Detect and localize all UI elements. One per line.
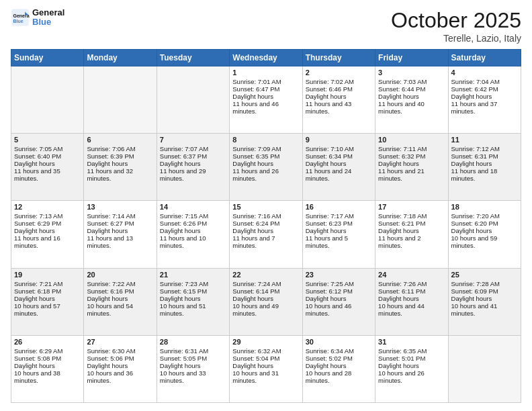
col-header-saturday: Saturday	[448, 50, 521, 66]
day-number: 7	[160, 136, 226, 144]
day-number: 9	[306, 136, 372, 144]
cell-info: Sunrise: 7:04 AMSunset: 6:42 PMDaylight …	[451, 78, 500, 115]
month-title: October 2025	[391, 8, 521, 33]
calendar-cell: 29Sunrise: 6:32 AMSunset: 5:04 PMDayligh…	[230, 335, 302, 402]
day-number: 4	[451, 68, 518, 77]
day-number: 29	[232, 338, 299, 346]
day-number: 28	[160, 338, 226, 346]
col-header-monday: Monday	[84, 50, 157, 66]
calendar-cell: 9Sunrise: 7:10 AMSunset: 6:34 PMDaylight…	[302, 134, 375, 201]
day-number: 14	[160, 203, 226, 211]
location-subtitle: Terelle, Lazio, Italy	[391, 33, 521, 44]
cell-info: Sunrise: 7:21 AMSunset: 6:18 PMDaylight …	[14, 280, 62, 317]
cell-info: Sunrise: 7:17 AMSunset: 6:23 PMDaylight …	[306, 212, 354, 249]
cell-info: Sunrise: 7:14 AMSunset: 6:27 PMDaylight …	[87, 212, 135, 249]
calendar-cell: 19Sunrise: 7:21 AMSunset: 6:18 PMDayligh…	[11, 268, 84, 335]
calendar-cell: 15Sunrise: 7:16 AMSunset: 6:24 PMDayligh…	[230, 201, 302, 268]
calendar-header-row: SundayMondayTuesdayWednesdayThursdayFrid…	[11, 50, 521, 66]
col-header-sunday: Sunday	[11, 50, 84, 66]
calendar-cell	[11, 66, 84, 134]
calendar-cell: 18Sunrise: 7:20 AMSunset: 6:20 PMDayligh…	[448, 201, 521, 268]
calendar-cell: 6Sunrise: 7:06 AMSunset: 6:39 PMDaylight…	[84, 134, 157, 201]
calendar-cell: 26Sunrise: 6:29 AMSunset: 5:08 PMDayligh…	[11, 335, 84, 402]
week-row-1: 1Sunrise: 7:01 AMSunset: 6:47 PMDaylight…	[11, 66, 521, 134]
cell-info: Sunrise: 7:12 AMSunset: 6:31 PMDaylight …	[451, 145, 500, 182]
cell-info: Sunrise: 7:13 AMSunset: 6:29 PMDaylight …	[14, 212, 62, 249]
col-header-friday: Friday	[375, 50, 448, 66]
calendar-cell: 30Sunrise: 6:34 AMSunset: 5:02 PMDayligh…	[302, 335, 375, 402]
calendar-cell	[157, 66, 229, 134]
calendar-cell: 16Sunrise: 7:17 AMSunset: 6:23 PMDayligh…	[302, 201, 375, 268]
calendar-cell: 28Sunrise: 6:31 AMSunset: 5:05 PMDayligh…	[157, 335, 229, 402]
day-number: 23	[306, 271, 372, 279]
calendar-cell: 22Sunrise: 7:24 AMSunset: 6:14 PMDayligh…	[230, 268, 302, 335]
day-number: 6	[87, 136, 153, 144]
day-number: 10	[378, 136, 445, 144]
day-number: 20	[87, 271, 153, 279]
calendar-cell: 27Sunrise: 6:30 AMSunset: 5:06 PMDayligh…	[84, 335, 157, 402]
cell-info: Sunrise: 7:23 AMSunset: 6:15 PMDaylight …	[160, 280, 208, 317]
day-number: 3	[378, 68, 445, 77]
logo-blue: Blue	[32, 17, 51, 27]
cell-info: Sunrise: 6:34 AMSunset: 5:02 PMDaylight …	[306, 347, 354, 384]
day-number: 16	[306, 203, 372, 211]
day-number: 31	[378, 338, 445, 346]
cell-info: Sunrise: 6:29 AMSunset: 5:08 PMDaylight …	[14, 347, 62, 384]
calendar-cell: 5Sunrise: 7:05 AMSunset: 6:40 PMDaylight…	[11, 134, 84, 201]
day-number: 24	[378, 271, 445, 279]
calendar-cell: 3Sunrise: 7:03 AMSunset: 6:44 PMDaylight…	[375, 66, 448, 134]
cell-info: Sunrise: 7:01 AMSunset: 6:47 PMDaylight …	[232, 78, 281, 115]
day-number: 5	[14, 136, 81, 144]
cell-info: Sunrise: 7:18 AMSunset: 6:21 PMDaylight …	[378, 212, 427, 249]
cell-info: Sunrise: 7:10 AMSunset: 6:34 PMDaylight …	[306, 145, 354, 182]
cell-info: Sunrise: 7:03 AMSunset: 6:44 PMDaylight …	[378, 78, 427, 115]
day-number: 8	[232, 136, 299, 144]
cell-info: Sunrise: 7:09 AMSunset: 6:35 PMDaylight …	[232, 145, 281, 182]
cell-info: Sunrise: 7:28 AMSunset: 6:09 PMDaylight …	[451, 280, 500, 317]
col-header-wednesday: Wednesday	[230, 50, 302, 66]
calendar-cell: 2Sunrise: 7:02 AMSunset: 6:46 PMDaylight…	[302, 66, 375, 134]
week-row-4: 19Sunrise: 7:21 AMSunset: 6:18 PMDayligh…	[11, 268, 521, 335]
cell-info: Sunrise: 6:30 AMSunset: 5:06 PMDaylight …	[87, 347, 135, 384]
col-header-thursday: Thursday	[302, 50, 375, 66]
week-row-2: 5Sunrise: 7:05 AMSunset: 6:40 PMDaylight…	[11, 134, 521, 201]
day-number: 11	[451, 136, 518, 144]
cell-info: Sunrise: 7:25 AMSunset: 6:12 PMDaylight …	[306, 280, 354, 317]
col-header-tuesday: Tuesday	[157, 50, 229, 66]
cell-info: Sunrise: 7:11 AMSunset: 6:32 PMDaylight …	[378, 145, 427, 182]
svg-text:Blue: Blue	[13, 19, 24, 24]
day-number: 17	[378, 203, 445, 211]
calendar-cell: 12Sunrise: 7:13 AMSunset: 6:29 PMDayligh…	[11, 201, 84, 268]
calendar-cell: 13Sunrise: 7:14 AMSunset: 6:27 PMDayligh…	[84, 201, 157, 268]
cell-info: Sunrise: 6:32 AMSunset: 5:04 PMDaylight …	[232, 347, 281, 384]
calendar-cell: 20Sunrise: 7:22 AMSunset: 6:16 PMDayligh…	[84, 268, 157, 335]
week-row-3: 12Sunrise: 7:13 AMSunset: 6:29 PMDayligh…	[11, 201, 521, 268]
cell-info: Sunrise: 7:16 AMSunset: 6:24 PMDaylight …	[232, 212, 281, 249]
day-number: 18	[451, 203, 518, 211]
day-number: 25	[451, 271, 518, 279]
cell-info: Sunrise: 7:05 AMSunset: 6:40 PMDaylight …	[14, 145, 62, 182]
cell-info: Sunrise: 7:22 AMSunset: 6:16 PMDaylight …	[87, 280, 135, 317]
calendar-cell: 23Sunrise: 7:25 AMSunset: 6:12 PMDayligh…	[302, 268, 375, 335]
day-number: 13	[87, 203, 153, 211]
calendar-cell: 1Sunrise: 7:01 AMSunset: 6:47 PMDaylight…	[230, 66, 302, 134]
cell-info: Sunrise: 7:26 AMSunset: 6:11 PMDaylight …	[378, 280, 427, 317]
header: General Blue General Blue October 2025 T…	[11, 8, 521, 44]
day-number: 12	[14, 203, 81, 211]
calendar-cell: 31Sunrise: 6:35 AMSunset: 5:01 PMDayligh…	[375, 335, 448, 402]
calendar-cell	[84, 66, 157, 134]
calendar-cell: 11Sunrise: 7:12 AMSunset: 6:31 PMDayligh…	[448, 134, 521, 201]
cell-info: Sunrise: 7:06 AMSunset: 6:39 PMDaylight …	[87, 145, 135, 182]
day-number: 26	[14, 338, 81, 346]
calendar-cell: 4Sunrise: 7:04 AMSunset: 6:42 PMDaylight…	[448, 66, 521, 134]
calendar-cell: 21Sunrise: 7:23 AMSunset: 6:15 PMDayligh…	[157, 268, 229, 335]
calendar-cell: 17Sunrise: 7:18 AMSunset: 6:21 PMDayligh…	[375, 201, 448, 268]
logo: General Blue General Blue	[11, 8, 64, 28]
calendar-cell: 7Sunrise: 7:07 AMSunset: 6:37 PMDaylight…	[157, 134, 229, 201]
calendar-cell: 24Sunrise: 7:26 AMSunset: 6:11 PMDayligh…	[375, 268, 448, 335]
cell-info: Sunrise: 6:35 AMSunset: 5:01 PMDaylight …	[378, 347, 427, 384]
day-number: 22	[232, 271, 299, 279]
logo-icon: General Blue	[11, 8, 30, 27]
cell-info: Sunrise: 7:20 AMSunset: 6:20 PMDaylight …	[451, 212, 500, 249]
day-number: 2	[306, 68, 372, 77]
